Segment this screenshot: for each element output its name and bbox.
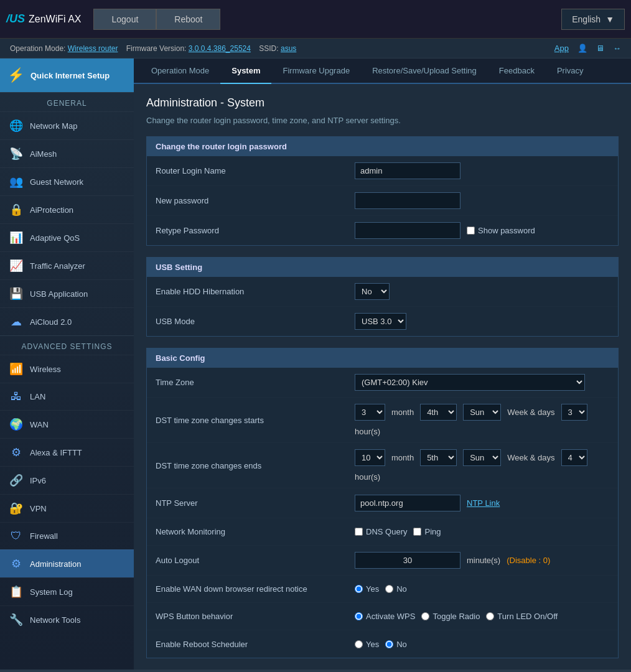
field-hdd-hibernation: Enable HDD Hibernation No Yes [147,277,618,307]
dst-start-week-select[interactable]: 1st2nd3rd4th5thLast [420,404,457,421]
sidebar-item-aicloud[interactable]: ☁ AiCloud 2.0 [0,307,134,335]
dst-start-hour-text: hour(s) [355,427,380,436]
wan-redirect-yes-radio[interactable] [355,585,363,593]
reboot-yes-radio[interactable] [355,640,363,648]
dst-end-weekdays-text: Week & days [507,453,554,462]
sidebar-item-label: System Log [30,587,73,597]
sidebar-item-network-tools[interactable]: 🔧 Network Tools [0,605,134,633]
tab-feedback[interactable]: Feedback [488,58,546,84]
tab-system[interactable]: System [220,58,271,84]
login-name-input[interactable] [355,162,460,179]
sidebar-item-wireless[interactable]: 📶 Wireless [0,355,134,383]
ntp-server-value: NTP Link [355,495,609,511]
dst-end-month-select[interactable]: 123456789101112 [355,449,385,466]
sidebar-item-system-log[interactable]: 📋 System Log [0,577,134,605]
tab-privacy[interactable]: Privacy [546,58,595,84]
wps-activate-label[interactable]: Activate WPS [355,612,415,621]
sidebar-item-label: Firewall [30,531,58,541]
dst-start-hour-select[interactable]: 01234 [561,404,587,421]
language-selector[interactable]: English ▼ [561,9,625,30]
dst-start-weekdays-text: Week & days [507,408,554,417]
ntp-link[interactable]: NTP Link [467,498,500,508]
sidebar-item-lan[interactable]: 🖧 LAN [0,383,134,410]
hdd-hibernation-value: No Yes [355,283,609,300]
user-icon[interactable]: 👤 [577,44,587,53]
wps-activate-radio[interactable] [355,612,363,620]
logout-button[interactable]: Logout [93,9,156,30]
ping-label[interactable]: Ping [413,527,441,536]
reboot-no-radio[interactable] [385,640,393,648]
usb-mode-value: USB 2.0 USB 3.0 [355,313,609,330]
sidebar-item-usb-application[interactable]: 💾 USB Application [0,279,134,307]
tab-firmware-upgrade[interactable]: Firmware Upgrade [271,58,361,84]
sidebar-item-alexa[interactable]: ⚙ Alexa & IFTTT [0,438,134,466]
new-password-input[interactable] [355,192,460,209]
advanced-section-label: Advanced Settings [0,335,134,355]
dns-query-checkbox[interactable] [355,528,363,536]
tab-restore-save[interactable]: Restore/Save/Upload Setting [361,58,488,84]
network-tools-icon: 🔧 [9,613,24,627]
sidebar-item-wan[interactable]: 🌍 WAN [0,410,134,438]
dst-start-month-select[interactable]: 123456789101112 [355,404,385,421]
login-name-value [355,162,609,179]
sidebar-item-network-map[interactable]: 🌐 Network Map [0,111,134,139]
section-usb-body: Enable HDD Hibernation No Yes USB Mode [147,277,618,336]
traffic-analyzer-icon: 📈 [9,259,24,273]
wps-led-radio[interactable] [486,612,494,620]
monitor-icon[interactable]: 🖥 [596,44,604,53]
dst-start-day-select[interactable]: SunMonTueWedThuFriSat [463,404,501,421]
aicloud-icon: ☁ [9,315,24,329]
show-password-label[interactable]: Show password [467,226,535,235]
sidebar-item-aimesh[interactable]: 📡 AiMesh [0,139,134,167]
wps-led-label[interactable]: Turn LED On/Off [486,612,558,621]
ssid-value[interactable]: asus [281,44,296,53]
quick-internet-setup[interactable]: ⚡ Quick Internet Setup [0,58,134,92]
sidebar-item-label: USB Application [30,289,88,299]
network-icon[interactable]: ↔ [613,44,621,53]
lan-icon: 🖧 [9,390,24,403]
dst-end-month-text: month [391,453,414,462]
section-usb-header: USB Setting [147,258,618,277]
usb-mode-select[interactable]: USB 2.0 USB 3.0 [355,313,406,330]
wps-toggle-label[interactable]: Toggle Radio [421,612,480,621]
dst-end-hour-select[interactable]: 01234 [561,449,587,466]
field-timezone: Time Zone (GMT+02:00) Kiev [147,368,618,398]
wan-redirect-no-label[interactable]: No [385,584,407,594]
new-password-label: New password [156,196,355,205]
sidebar-item-vpn[interactable]: 🔐 VPN [0,494,134,522]
ntp-server-input[interactable] [355,495,460,511]
dst-end-hour-text: hour(s) [355,472,380,482]
system-log-icon: 📋 [9,585,24,599]
sidebar-item-traffic-analyzer[interactable]: 📈 Traffic Analyzer [0,251,134,279]
reboot-button[interactable]: Reboot [156,9,220,30]
timezone-select[interactable]: (GMT+02:00) Kiev [355,374,585,391]
sidebar-item-firewall[interactable]: 🛡 Firewall [0,522,134,549]
dns-query-label[interactable]: DNS Query [355,527,407,536]
wps-toggle-radio[interactable] [421,612,429,620]
sidebar-item-administration[interactable]: ⚙ Administration [0,549,134,577]
auto-logout-input[interactable] [355,552,460,569]
app-link[interactable]: App [554,44,569,53]
dst-end-week-select[interactable]: 1st2nd3rd4th5thLast [420,449,457,466]
mode-value[interactable]: Wireless router [68,44,118,53]
wireless-icon: 📶 [9,362,24,376]
sidebar-item-ipv6[interactable]: 🔗 IPv6 [0,466,134,494]
sidebar-item-adaptive-qos[interactable]: 📊 Adaptive QoS [0,223,134,251]
wan-redirect-no-radio[interactable] [385,585,393,593]
retype-password-input[interactable] [355,222,460,239]
firmware-value[interactable]: 3.0.0.4.386_25524 [189,44,251,53]
section-basic-header: Basic Config [147,348,618,368]
reboot-no-text: No [396,640,407,649]
tab-operation-mode[interactable]: Operation Mode [140,58,220,84]
dst-end-day-select[interactable]: SunMonTueWedThuFriSat [463,449,501,466]
sidebar-item-aiprotection[interactable]: 🔒 AiProtection [0,195,134,223]
reboot-no-label[interactable]: No [385,640,407,649]
ipv6-icon: 🔗 [9,474,24,487]
ping-checkbox[interactable] [413,528,421,536]
section-usb: USB Setting Enable HDD Hibernation No Ye… [146,257,619,337]
reboot-yes-label[interactable]: Yes [355,640,379,649]
hdd-hibernation-select[interactable]: No Yes [355,283,390,300]
sidebar-item-guest-network[interactable]: 👥 Guest Network [0,167,134,195]
show-password-checkbox[interactable] [467,226,475,235]
wan-redirect-yes-label[interactable]: Yes [355,584,379,594]
